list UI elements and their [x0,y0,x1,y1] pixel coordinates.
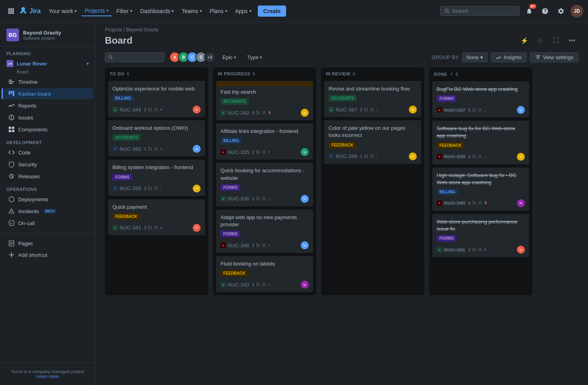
view-settings-button[interactable]: View settings [530,52,578,62]
table-row[interactable]: High outage: Software bug fix - BG Web-s… [432,167,529,211]
card-tag[interactable]: FEEDBACK [112,213,140,220]
learn-more-link[interactable]: Learn more [36,374,58,379]
card-tag[interactable]: FORMS [220,231,240,237]
card-avatar: U [301,281,309,289]
nav-dashboards[interactable]: Dashboards ▾ [137,6,177,16]
card-tag[interactable]: FEEDBACK [437,142,464,149]
create-button[interactable]: Create [258,6,286,17]
svg-point-51 [263,150,265,152]
table-row[interactable]: Color of pale yellow on our pages looks … [324,120,421,164]
sidebar-item-kanban-board[interactable]: Kanban board [2,88,93,99]
group-select-dropdown[interactable]: None ▾ [462,52,487,62]
table-row[interactable]: Optimize experience for mobile web BILLI… [108,81,205,117]
table-row[interactable]: Quick payment FEEDBACK ▲ NUC-341 3 = U [108,199,205,235]
card-tag[interactable]: ACCOUNTS [329,95,357,102]
person-icon [154,186,158,191]
star-button[interactable]: ☆ [534,34,547,47]
epic-filter-button[interactable]: Epic ▾ [219,53,240,62]
nav-plans[interactable]: Plans ▾ [207,6,230,16]
lightning-button[interactable]: ⚡ [518,34,531,47]
sidebar-item-reports[interactable]: Reports [2,100,93,111]
board-search-input[interactable] [115,54,161,60]
svg-point-36 [155,108,157,110]
card-tag[interactable]: BILLING [112,95,134,102]
svg-point-77 [475,248,476,249]
col-title: TO DO [110,71,124,76]
table-row[interactable]: Software bug fix for BG Web-store app cr… [432,121,529,164]
sidebar-item-code[interactable]: Code [2,147,93,158]
card-tag[interactable]: ACCOUNTS [112,134,141,141]
table-row[interactable]: Billing system integration - frontend FO… [108,160,205,196]
chevron-down-icon: ▾ [250,9,251,13]
col-count: 6 [127,71,130,76]
timeline-icon [8,79,15,85]
sidebar-item-incidents[interactable]: Incidents BETA [2,206,93,217]
table-row[interactable]: Adapt web app no new payments provider F… [216,210,313,253]
development-label: DEVELOPMENT [0,135,95,146]
card-stat: 4 [467,201,470,206]
card-avatar: U [193,145,201,153]
table-row[interactable]: Quick booking for accommodations - websi… [216,163,313,206]
nav-teams[interactable]: Teams ▾ [178,6,205,16]
insights-button[interactable]: Insights [491,52,527,62]
svg-rect-5 [12,10,14,12]
svg-point-35 [151,108,152,109]
sidebar-item-security[interactable]: Security [2,159,93,170]
card-tag[interactable]: FORMS [437,235,456,242]
card-tag[interactable]: FORMS [220,184,240,191]
table-row[interactable]: Revise and streamline booking flow ACCOU… [324,81,421,117]
settings-button[interactable] [555,5,567,17]
nav-projects[interactable]: Projects ▾ [81,6,112,16]
card-tag[interactable]: FORMS [112,174,132,181]
nav-filter[interactable]: Filter ▾ [113,6,135,16]
breadcrumb-project-name[interactable]: Beyond Gravity [126,27,159,33]
breadcrumb-projects[interactable]: Projects [105,27,122,33]
card-meta: ● NUC-340 4 ⬆ U [437,199,525,207]
search-box[interactable] [440,6,520,16]
kanban-col-todo: TO DO 6 Optimize experience for mobile w… [105,67,208,295]
card-tag[interactable]: FEEDBACK [329,142,356,148]
table-row[interactable]: Affiliate links integration - frontend B… [216,123,313,160]
sidebar-item-timeline[interactable]: Timeline [2,76,93,87]
card-tag[interactable]: BILLING [220,137,242,144]
user-avatar[interactable]: JD [571,5,583,17]
expand-button[interactable]: ⛶ [550,34,563,47]
sidebar-item-deployments[interactable]: Deployments [2,194,93,205]
table-row[interactable]: Fluid booking on tablets FEEDBACK ▲ NUC-… [216,256,313,292]
type-filter-button[interactable]: Type ▾ [243,53,266,62]
card-stat: 2 [251,150,254,154]
card-tag[interactable]: FORMS [437,95,456,102]
table-row[interactable]: Web-store purchasing performance issue f… [432,214,529,257]
sidebar-item-oncall[interactable]: On-call [2,218,93,229]
table-row[interactable]: Onboard workout options (OWO) ACCOUNTS ✓… [108,120,205,156]
table-row[interactable]: BugFix BG Web-store app crashing FORMS ●… [432,81,529,117]
help-button[interactable] [539,5,551,17]
sidebar-item-components[interactable]: Components [2,124,93,135]
app-logo[interactable]: Jira [19,7,41,15]
svg-point-34 [149,108,149,108]
avatar-filter-more[interactable]: +3 [204,52,215,63]
sidebar-item-add-shortcut[interactable]: Add shortcut [2,249,93,260]
svg-line-10 [448,12,449,13]
svg-point-70 [473,154,474,155]
grid-icon[interactable] [5,5,17,17]
branch-icon [256,111,260,115]
nav-your-work[interactable]: Your work ▾ [45,6,80,16]
card-tag[interactable]: BILLING [437,189,458,195]
nav-apps[interactable]: Apps ▾ [232,6,255,16]
sidebar-item-issues[interactable]: Issues [2,112,93,123]
oncall-icon [8,220,15,226]
sidebar-item-releases[interactable]: Releases [2,171,93,182]
notifications-button[interactable]: 9+ [523,5,536,17]
sidebar-bottom-section: Pages Add shortcut [0,234,95,261]
table-row[interactable]: Fast trip search ACCOUNTS ▲ NUC-342 4 ⬆ … [216,81,313,120]
search-input[interactable] [452,8,515,14]
sidebar-item-lunar-rover[interactable]: LR Lunar Rover ▾ [0,58,95,69]
card-tag[interactable]: ACCOUNTS [220,98,249,105]
card-id: NUC-341 [444,247,465,253]
sidebar-item-pages[interactable]: Pages [2,238,93,249]
card-tag[interactable]: FEEDBACK [220,270,248,277]
board-search[interactable] [105,52,164,62]
more-options-button[interactable]: ••• [566,34,578,47]
col-cards-inreview: Revise and streamline booking flow ACCOU… [321,79,424,295]
